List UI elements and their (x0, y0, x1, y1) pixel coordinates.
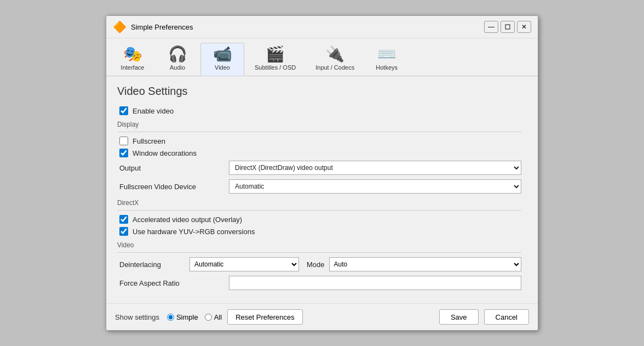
tab-input[interactable]: 🔌 Input / Codecs (306, 43, 364, 76)
video-icon: 📹 (213, 47, 232, 62)
tab-interface-label: Interface (121, 64, 145, 71)
vlc-logo-icon: 🔶 (113, 20, 127, 33)
tab-audio-label: Audio (170, 64, 185, 71)
accelerated-row: Accelerated video output (Overlay) (117, 215, 521, 224)
accelerated-checkbox[interactable] (119, 215, 128, 224)
show-settings-label: Show settings (115, 313, 159, 321)
enable-video-label: Enable video (133, 107, 174, 115)
mode-label: Mode (307, 260, 325, 269)
force-ar-input[interactable] (229, 276, 521, 290)
fullscreen-row: Fullscreen (117, 137, 521, 145)
cancel-button[interactable]: Cancel (484, 309, 529, 325)
video-section-header: Video (117, 241, 521, 249)
hardware-yuv-checkbox[interactable] (119, 227, 128, 236)
directx-divider (117, 210, 521, 211)
audio-icon: 🎧 (168, 47, 187, 62)
fullscreen-label: Fullscreen (133, 137, 165, 145)
tab-video[interactable]: 📹 Video (200, 43, 244, 76)
output-row: Output DirectX (DirectDraw) video output… (117, 161, 521, 175)
footer: Show settings Simple All Reset Preferenc… (106, 303, 538, 330)
tab-input-label: Input / Codecs (315, 64, 354, 71)
all-radio-label: All (214, 313, 222, 321)
subtitles-icon: 🎬 (266, 47, 285, 62)
display-section: Display Fullscreen Window decorations Ou… (117, 121, 521, 194)
tab-hotkeys[interactable]: ⌨️ Hotkeys (365, 43, 409, 76)
minimize-button[interactable]: — (484, 21, 498, 33)
reset-preferences-button[interactable]: Reset Preferences (227, 309, 303, 325)
accelerated-label: Accelerated video output (Overlay) (133, 215, 242, 224)
force-ar-label: Force Aspect Ratio (119, 279, 229, 287)
input-icon: 🔌 (325, 47, 344, 62)
hardware-yuv-label: Use hardware YUV->RGB conversions (133, 228, 255, 236)
all-radio-row: All (205, 313, 222, 321)
tabs-bar: 🎭 Interface 🎧 Audio 📹 Video 🎬 Subtitles … (106, 38, 538, 76)
tab-hotkeys-label: Hotkeys (376, 64, 398, 71)
maximize-icon (505, 24, 510, 30)
simple-radio-row: Simple (167, 313, 198, 321)
fullscreen-device-select[interactable]: Automatic (229, 179, 521, 194)
title-bar: 🔶 Simple Preferences — ✕ (106, 16, 538, 38)
all-radio[interactable] (205, 314, 212, 321)
simple-radio[interactable] (167, 314, 174, 321)
window-decorations-row: Window decorations (117, 149, 521, 157)
window-controls: — ✕ (484, 21, 531, 33)
fullscreen-checkbox[interactable] (119, 137, 128, 145)
fullscreen-device-row: Fullscreen Video Device Automatic (117, 179, 521, 194)
tab-interface[interactable]: 🎭 Interface (111, 43, 154, 76)
tab-subtitles[interactable]: 🎬 Subtitles / OSD (245, 43, 305, 76)
display-section-header: Display (117, 121, 521, 128)
interface-icon: 🎭 (123, 47, 142, 62)
window-decorations-label: Window decorations (133, 149, 197, 157)
mode-select[interactable]: Auto Discard Blend Mean Bob Linear (329, 257, 521, 271)
close-button[interactable]: ✕ (517, 21, 531, 33)
settings-content: Video Settings Enable video Display Full… (106, 76, 538, 303)
deinterlace-label: Deinterlacing (119, 260, 185, 269)
settings-scroll-area[interactable]: Video Settings Enable video Display Full… (106, 76, 538, 303)
fullscreen-device-label: Fullscreen Video Device (119, 183, 229, 191)
enable-video-checkbox[interactable] (119, 106, 128, 115)
enable-video-row: Enable video (117, 106, 521, 115)
directx-section-header: DirectX (117, 199, 521, 207)
output-select[interactable]: DirectX (DirectDraw) video output Direct… (229, 161, 521, 175)
save-button[interactable]: Save (439, 309, 479, 325)
tab-subtitles-label: Subtitles / OSD (255, 64, 296, 71)
tab-audio[interactable]: 🎧 Audio (156, 43, 199, 76)
maximize-button[interactable] (501, 21, 515, 33)
tab-video-label: Video (215, 64, 230, 71)
output-label: Output (119, 164, 229, 172)
force-ar-row: Force Aspect Ratio (117, 276, 521, 290)
settings-title: Video Settings (117, 85, 521, 98)
deinterlace-select[interactable]: Automatic On Off (189, 257, 299, 271)
directx-section: DirectX Accelerated video output (Overla… (117, 199, 521, 236)
simple-radio-label: Simple (176, 313, 198, 321)
svg-rect-0 (505, 25, 510, 29)
window-title: Simple Preferences (131, 23, 480, 31)
preferences-window: 🔶 Simple Preferences — ✕ 🎭 Interface 🎧 A… (106, 15, 538, 331)
video-divider (117, 252, 521, 253)
hardware-yuv-row: Use hardware YUV->RGB conversions (117, 227, 521, 236)
video-section: Video Deinterlacing Automatic On Off Mod… (117, 241, 521, 290)
settings-mode-group: Simple All (167, 313, 222, 321)
deinterlace-row: Deinterlacing Automatic On Off Mode Auto… (117, 257, 521, 271)
window-decorations-checkbox[interactable] (119, 149, 128, 157)
display-divider (117, 132, 521, 132)
hotkeys-icon: ⌨️ (377, 47, 396, 62)
